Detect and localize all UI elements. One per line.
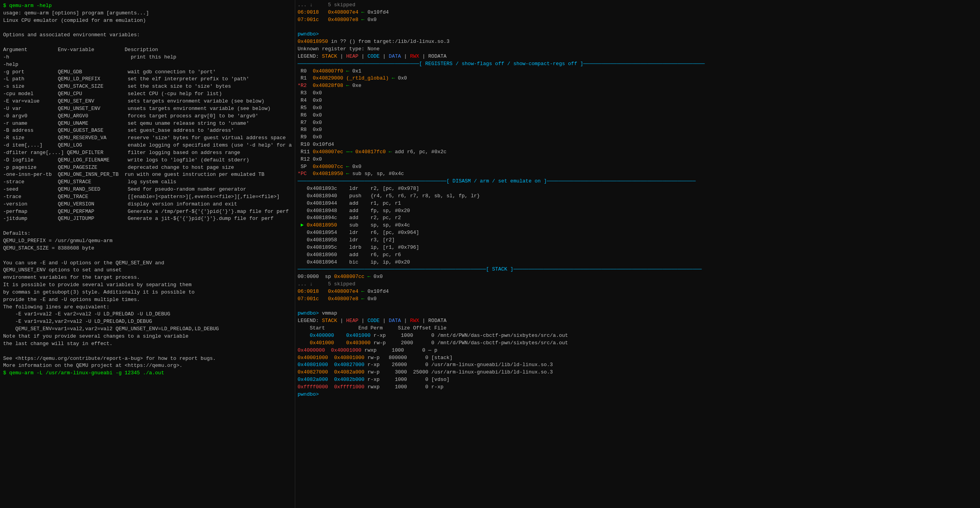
left-terminal-content: $ qemu-arm -help usage: qemu-arm [option… [3,2,292,377]
stack-addr-2: 07:001c [298,17,319,23]
right-content: ... ↓ 5 skipped 06:0018 0x408007e4 ← 0x1… [298,2,978,398]
prompt-line-1: $ qemu-arm -help [3,3,52,9]
prompt-pwn-3: pwndbo> [298,391,319,397]
disasm-header: ────────────────────────────────────────… [298,178,696,184]
prompt-pwn-2: pwndbo> [298,310,319,316]
left-terminal: $ qemu-arm -help usage: qemu-arm [option… [0,0,295,508]
context-addr: 0x40818950 [298,39,328,44]
stack-skip-indicator: ... ↓ 5 skipped [298,2,355,8]
stack-bottom-header: ────────────────────────────────────────… [298,266,702,272]
prompt-pwn-1: pwndbo> [298,31,319,37]
unknown-reg: Unknown register type: None [298,46,380,52]
registers-header: ────────────────────────────────────────… [298,61,705,67]
stack-val-1: 0x408007e4 [328,9,358,15]
prompt-line-2: $ qemu-arm -L /usr/arm-linux-gnueabi -g … [3,370,164,376]
right-panel: ... ↓ 5 skipped 06:0018 0x408007e4 ← 0x1… [295,0,980,508]
stack-addr-1: 06:0018 [298,9,319,15]
